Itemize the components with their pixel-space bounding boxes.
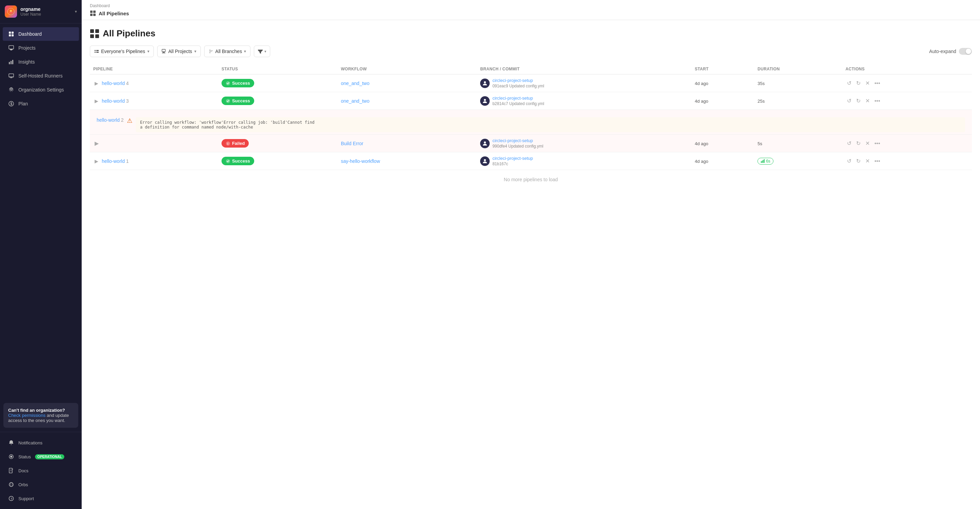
main-nav: Dashboard Projects Insights (0, 24, 82, 399)
sidebar-item-projects[interactable]: Projects (3, 41, 79, 55)
auto-expand-row: Auto-expand (929, 48, 972, 55)
chevron-down-icon[interactable]: ▾ (75, 9, 77, 14)
svg-rect-27 (93, 11, 95, 13)
rerun-button[interactable]: ↺ (846, 139, 853, 148)
sidebar-item-label: Orbs (18, 482, 28, 487)
expand-button[interactable]: ▶ (93, 79, 100, 87)
svg-text:!: ! (227, 142, 228, 146)
workflow-link[interactable]: one_and_two (341, 81, 369, 86)
expand-button[interactable]: ▶ (93, 157, 100, 165)
rerun-button[interactable]: ↺ (846, 79, 853, 88)
rerun-button[interactable]: ↺ (846, 156, 853, 166)
pipeline-table: Pipeline Status Workflow Branch / Commit… (90, 64, 972, 170)
avatar-icon (482, 81, 488, 86)
rerun-button[interactable]: ↺ (846, 96, 853, 105)
svg-rect-53 (764, 159, 765, 163)
pipeline-link[interactable]: hello-world 4 (102, 81, 129, 86)
sidebar-item-docs[interactable]: Docs (3, 464, 79, 477)
sidebar: orgname User Name ▾ Dashboard (0, 0, 82, 509)
branch-name: circleci-project-setup (492, 156, 533, 161)
sidebar-item-label: Docs (18, 468, 29, 473)
status-badge-success: Success (221, 157, 254, 165)
check-permissions-link[interactable]: Check permissions (8, 413, 46, 418)
page-pipelines-icon (90, 29, 99, 38)
projects-filter-dropdown[interactable]: All Projects ▾ (157, 46, 201, 57)
content-area: All Pipelines Everyone's Pipelines ▾ All… (82, 20, 980, 509)
sidebar-bottom: Notifications Status OPERATIONAL (0, 432, 82, 509)
sidebar-item-insights[interactable]: Insights (3, 55, 79, 69)
svg-rect-33 (95, 34, 99, 38)
branch-avatar (480, 156, 490, 166)
rerun-failed-button[interactable]: ↻ (855, 79, 862, 88)
cancel-button[interactable]: ✕ (864, 139, 871, 148)
svg-rect-4 (9, 34, 11, 36)
pipelines-filter-dropdown[interactable]: Everyone's Pipelines ▾ (90, 46, 154, 57)
pipeline-link[interactable]: hello-world 3 (102, 98, 129, 104)
success-icon (226, 159, 231, 163)
sidebar-item-label: Projects (18, 45, 36, 51)
error-row: hello-world 2 ⚠ Error calling workflow: … (90, 110, 972, 135)
workflow-link[interactable]: Build Error (341, 141, 363, 146)
branch-name: circleci-project-setup (492, 78, 544, 83)
filter-dropdown-arrow: ▾ (264, 49, 266, 54)
pipeline-link[interactable]: hello-world 2 (97, 117, 124, 123)
svg-rect-30 (90, 29, 94, 33)
branch-avatar (480, 139, 490, 148)
rerun-failed-button[interactable]: ↻ (855, 139, 862, 148)
rerun-failed-button[interactable]: ↻ (855, 156, 862, 166)
filters-row: Everyone's Pipelines ▾ All Projects ▾ (90, 46, 972, 57)
branch-commit: circleci-project-setup 81b167c (480, 156, 688, 166)
table-row: ▶ hello-world 3 Success one_and_two circ… (90, 92, 972, 110)
sidebar-item-label: Dashboard (18, 31, 42, 37)
sidebar-item-support[interactable]: ? Support (3, 492, 79, 505)
sidebar-item-status[interactable]: Status OPERATIONAL (3, 450, 79, 463)
sidebar-item-label: Status (18, 454, 31, 459)
duration: 35s (757, 81, 765, 86)
more-options-button[interactable]: ••• (873, 79, 882, 88)
actions-row: ↺ ↻ ✕ ••• (846, 156, 969, 166)
sidebar-item-orbs[interactable]: Orbs (3, 478, 79, 491)
sidebar-item-label: Plan (18, 101, 28, 106)
more-options-button[interactable]: ••• (873, 139, 882, 148)
svg-rect-14 (9, 77, 14, 78)
cancel-button[interactable]: ✕ (864, 79, 871, 88)
chart-icon (760, 159, 765, 163)
cancel-button[interactable]: ✕ (864, 156, 871, 166)
commit-hash: 990dfe4 Updated config.yml (492, 144, 543, 149)
org-selector[interactable]: orgname User Name (5, 5, 41, 18)
svg-point-37 (209, 50, 210, 51)
expand-button[interactable]: ▶ (93, 97, 100, 105)
commit-hash: 091eac9 Updated config.yml (492, 84, 544, 89)
start-time: 4d ago (695, 81, 708, 86)
pipeline-link[interactable]: hello-world 1 (102, 159, 129, 164)
sidebar-item-org-settings[interactable]: Organization Settings (3, 83, 79, 97)
svg-rect-19 (9, 468, 12, 473)
sidebar-item-notifications[interactable]: Notifications (3, 436, 79, 449)
actions-row: ↺ ↻ ✕ ••• (846, 139, 969, 148)
sidebar-item-dashboard[interactable]: Dashboard (3, 27, 79, 41)
top-bar: Dashboard All Pipelines (82, 0, 980, 20)
workflow-link[interactable]: one_and_two (341, 98, 369, 104)
success-icon (226, 81, 231, 86)
workflow-link[interactable]: say-hello-workflow (341, 159, 380, 164)
sidebar-item-label: Organization Settings (18, 87, 64, 92)
filter-options-button[interactable]: ▾ (254, 46, 270, 57)
more-options-button[interactable]: ••• (873, 97, 882, 105)
more-options-button[interactable]: ••• (873, 157, 882, 166)
avatar-icon (482, 141, 488, 146)
svg-rect-6 (9, 46, 14, 49)
page-title-row: All Pipelines (90, 28, 972, 39)
insights-icon (8, 59, 14, 65)
svg-rect-34 (162, 49, 165, 52)
top-bar-title-text: All Pipelines (99, 11, 129, 16)
auto-expand-toggle[interactable] (959, 48, 972, 55)
cancel-button[interactable]: ✕ (864, 96, 871, 105)
sidebar-header: orgname User Name ▾ (0, 0, 82, 24)
rerun-failed-button[interactable]: ↻ (855, 96, 862, 105)
svg-rect-32 (90, 34, 94, 38)
expand-button[interactable]: ▶ (93, 139, 100, 148)
branches-filter-dropdown[interactable]: All Branches ▾ (204, 46, 251, 57)
sidebar-item-runners[interactable]: Self-Hosted Runners (3, 69, 79, 82)
sidebar-item-plan[interactable]: $ Plan (3, 97, 79, 111)
commit-hash: 81b167c (492, 162, 533, 166)
